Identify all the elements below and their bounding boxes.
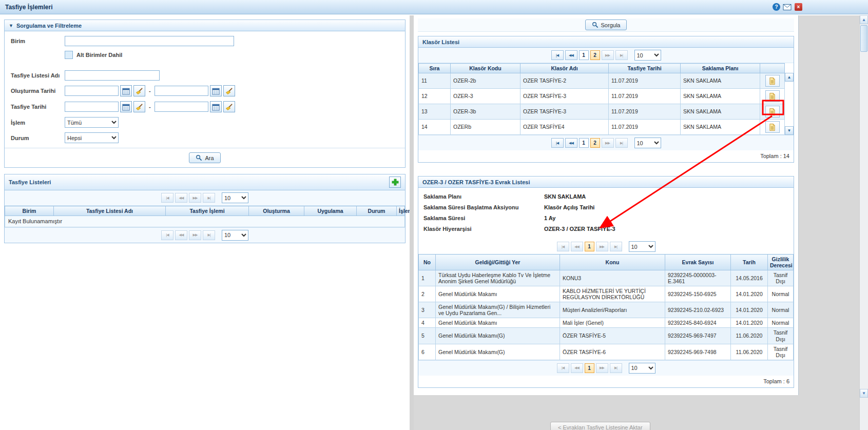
- close-icon[interactable]: ×: [795, 3, 802, 11]
- pager-next-button[interactable]: ▶▶: [602, 138, 614, 148]
- cell-klasor-adi: OZER TASFİYE-3: [520, 104, 609, 120]
- olusturma-bitis-input[interactable]: [155, 86, 208, 96]
- pager-first-button[interactable]: |◀: [551, 50, 564, 60]
- olusturma-bitis-calendar-button[interactable]: [210, 85, 222, 96]
- collapse-icon[interactable]: ▼: [9, 23, 13, 28]
- tasfiye-baslangic-calendar-button[interactable]: [120, 101, 132, 112]
- scrollbar-thumb[interactable]: [860, 25, 867, 52]
- open-evrak-listesi-button[interactable]: [765, 90, 780, 102]
- table-row[interactable]: 12 OZER-3 OZER TASFİYE-3 11.07.2019 SKN …: [419, 89, 785, 104]
- scroll-up-button[interactable]: ▲: [785, 73, 794, 82]
- evrak-listesi-panel: OZER-3 / OZER TASFİYE-3 Evrak Listesi Sa…: [418, 176, 794, 388]
- cell-yer: Genel Müdürlük Makamı(G): [436, 344, 560, 360]
- pager-last-button[interactable]: ▶|: [615, 50, 628, 60]
- cell-evrak-sayisi: 92392245-969-7498: [665, 344, 731, 360]
- pager-next-button[interactable]: ▶▶: [596, 363, 608, 373]
- cell-klasor-kodu: OZER-3b: [451, 104, 520, 120]
- table-row-selected[interactable]: 13 OZER-3b OZER TASFİYE-3 11.07.2019 SKN…: [419, 104, 785, 120]
- pager-page-2-active[interactable]: 2: [590, 138, 600, 148]
- filter-panel-header[interactable]: ▼ Sorgulama ve Filtreleme: [5, 20, 405, 31]
- pager-page-2-active[interactable]: 2: [590, 50, 600, 60]
- pager-page-1-active[interactable]: 1: [585, 242, 594, 251]
- tasfiye-bitis-input[interactable]: [155, 102, 208, 112]
- pager-next-button[interactable]: ▶▶: [189, 193, 201, 203]
- pager-first-button[interactable]: |◀: [557, 242, 569, 251]
- broom-icon: [136, 103, 143, 111]
- pager-next-button[interactable]: ▶▶: [596, 242, 608, 251]
- pager-page-1[interactable]: 1: [579, 138, 589, 148]
- pager-last-button[interactable]: ▶|: [610, 363, 622, 373]
- scrollbar-up-icon[interactable]: ▲: [860, 15, 868, 24]
- column-header: Evrak Sayısı: [665, 255, 731, 270]
- document-icon: [768, 123, 776, 131]
- pager-page-1-active[interactable]: 1: [585, 363, 594, 373]
- open-evrak-listesi-button[interactable]: [765, 121, 780, 133]
- tasfiye-tarihi-label: Tasfiye Tarihi: [11, 104, 65, 110]
- table-row[interactable]: 6 Genel Müdürlük Makamı(G) ÖZER TASFİYE-…: [419, 344, 794, 360]
- pager-prev-button[interactable]: ◀◀: [175, 193, 187, 203]
- ara-button[interactable]: Ara: [189, 152, 220, 163]
- pager-last-button[interactable]: ▶|: [615, 138, 628, 148]
- olusturma-baslangic-clear-button[interactable]: [133, 85, 145, 96]
- pager-first-button[interactable]: |◀: [551, 138, 564, 148]
- pager-first-button[interactable]: |◀: [557, 363, 569, 373]
- page-size-select[interactable]: 10: [222, 230, 248, 241]
- cell-klasor-kodu: OZER-2b: [451, 73, 520, 89]
- pager-next-button[interactable]: ▶▶: [189, 230, 201, 240]
- pager-first-button[interactable]: |◀: [161, 193, 173, 203]
- evrak-total: Toplam : 6: [418, 376, 794, 387]
- table-row[interactable]: 1 Türksat Uydu Haberleşme Kablo Tv Ve İş…: [419, 270, 794, 286]
- tasfiye-listesi-adi-input[interactable]: [65, 70, 160, 81]
- islem-row: İşlem Tümü: [11, 117, 399, 128]
- date-range-separator: -: [149, 88, 151, 94]
- table-row[interactable]: 3 Genel Müdürlük Makamı(G) / Bilişim Hiz…: [419, 302, 794, 318]
- pager-prev-button[interactable]: ◀◀: [565, 50, 577, 60]
- pager-prev-button[interactable]: ◀◀: [175, 230, 187, 240]
- islem-select[interactable]: Tümü: [65, 117, 119, 128]
- table-row[interactable]: 14 OZERb OZER TASFİYE4 11.07.2019 SKN SA…: [419, 120, 785, 135]
- olusturma-baslangic-calendar-button[interactable]: [120, 85, 132, 96]
- pager-prev-button[interactable]: ◀◀: [565, 138, 577, 148]
- page-size-select[interactable]: 10: [629, 241, 655, 252]
- olusturma-baslangic-input[interactable]: [65, 86, 119, 96]
- open-evrak-listesi-button-highlighted[interactable]: [765, 106, 780, 118]
- klasor-top-pager: |◀ ◀◀ 1 2 ▶▶ ▶| 10: [418, 48, 794, 63]
- birim-input[interactable]: [65, 36, 234, 46]
- table-row[interactable]: 2 Genel Müdürlük Makamı KABLO HİZMETLERİ…: [419, 286, 794, 302]
- add-tasfiye-listesi-button[interactable]: [389, 177, 401, 188]
- pager-last-button[interactable]: ▶|: [203, 230, 215, 240]
- table-row[interactable]: 4 Genel Müdürlük Makamı Mali İşler (Gene…: [419, 318, 794, 328]
- tasfiye-baslangic-input[interactable]: [65, 102, 119, 112]
- help-icon[interactable]: ?: [773, 3, 780, 11]
- page-size-select[interactable]: 10: [629, 363, 655, 374]
- page-size-select[interactable]: 10: [634, 50, 661, 61]
- mail-icon[interactable]: [783, 4, 792, 11]
- sorgula-button[interactable]: Sorgula: [585, 19, 627, 30]
- table-row[interactable]: 11 OZER-2b OZER TASFİYE-2 11.07.2019 SKN…: [419, 73, 785, 89]
- cell-tarih: 14.05.2016: [731, 270, 768, 286]
- birim-row: Birim: [11, 36, 399, 46]
- page-scrollbar[interactable]: ▲ ▼: [859, 15, 868, 430]
- pager-last-button[interactable]: ▶|: [203, 193, 215, 203]
- pager-prev-button[interactable]: ◀◀: [571, 363, 583, 373]
- pager-last-button[interactable]: ▶|: [610, 242, 622, 251]
- pager-page-1[interactable]: 1: [579, 50, 589, 60]
- pager-first-button[interactable]: |◀: [161, 230, 173, 240]
- evraklari-aktar-button[interactable]: < Evrakları Tasfiye Listesine Aktar: [550, 422, 650, 430]
- olusturma-bitis-clear-button[interactable]: [223, 85, 235, 96]
- durum-select[interactable]: Hepsi: [65, 132, 119, 143]
- page-size-select[interactable]: 10: [634, 138, 661, 148]
- pager-next-button[interactable]: ▶▶: [602, 50, 614, 60]
- table-row[interactable]: 5 Genel Müdürlük Makamı(G) ÖZER TASFİYE-…: [419, 328, 794, 344]
- tasfiye-baslangic-clear-button[interactable]: [133, 101, 145, 112]
- page-size-select[interactable]: 10: [222, 192, 248, 203]
- open-evrak-listesi-button[interactable]: [765, 75, 780, 87]
- alt-birimler-label: Alt Birimler Dahil: [76, 52, 122, 58]
- tasfiye-bitis-clear-button[interactable]: [223, 101, 235, 112]
- plus-icon: [392, 179, 399, 186]
- scrollbar-down-icon[interactable]: ▼: [860, 389, 868, 398]
- tasfiye-bitis-calendar-button[interactable]: [210, 101, 222, 112]
- alt-birimler-checkbox[interactable]: [65, 51, 73, 59]
- scroll-down-button[interactable]: ▼: [785, 126, 794, 135]
- pager-prev-button[interactable]: ◀◀: [571, 242, 583, 251]
